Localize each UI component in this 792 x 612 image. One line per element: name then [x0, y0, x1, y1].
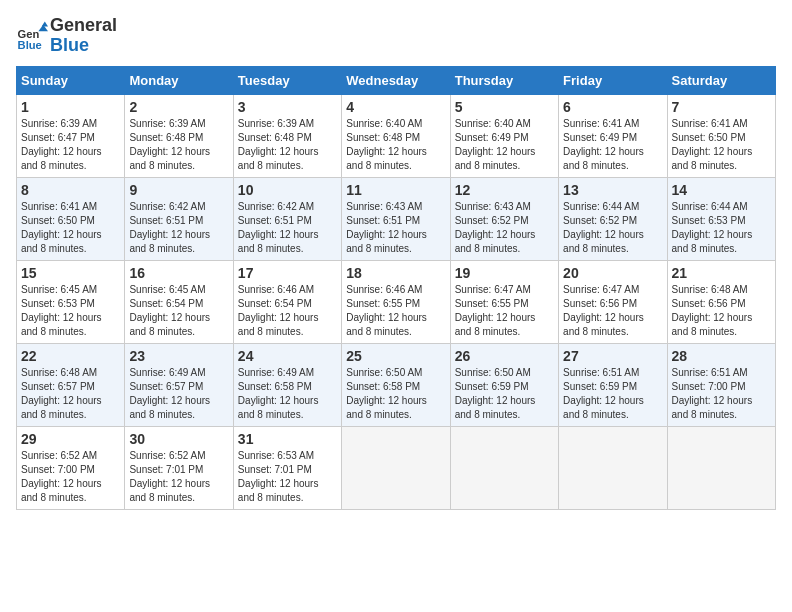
day-info: Sunrise: 6:43 AMSunset: 6:52 PMDaylight:… — [455, 200, 554, 256]
calendar-week-4: 22Sunrise: 6:48 AMSunset: 6:57 PMDayligh… — [17, 343, 776, 426]
weekday-header-monday: Monday — [125, 66, 233, 94]
day-info: Sunrise: 6:40 AMSunset: 6:48 PMDaylight:… — [346, 117, 445, 173]
calendar-cell: 19Sunrise: 6:47 AMSunset: 6:55 PMDayligh… — [450, 260, 558, 343]
day-number: 20 — [563, 265, 662, 281]
day-info: Sunrise: 6:39 AMSunset: 6:48 PMDaylight:… — [238, 117, 337, 173]
day-number: 1 — [21, 99, 120, 115]
day-number: 19 — [455, 265, 554, 281]
day-number: 12 — [455, 182, 554, 198]
calendar-cell: 13Sunrise: 6:44 AMSunset: 6:52 PMDayligh… — [559, 177, 667, 260]
svg-text:Gen: Gen — [18, 27, 40, 39]
calendar-cell: 28Sunrise: 6:51 AMSunset: 7:00 PMDayligh… — [667, 343, 775, 426]
calendar-cell — [450, 426, 558, 509]
calendar-cell: 25Sunrise: 6:50 AMSunset: 6:58 PMDayligh… — [342, 343, 450, 426]
day-info: Sunrise: 6:45 AMSunset: 6:54 PMDaylight:… — [129, 283, 228, 339]
calendar-cell — [342, 426, 450, 509]
day-number: 15 — [21, 265, 120, 281]
day-info: Sunrise: 6:39 AMSunset: 6:47 PMDaylight:… — [21, 117, 120, 173]
day-number: 16 — [129, 265, 228, 281]
logo-line1: General — [50, 16, 117, 36]
weekday-header-sunday: Sunday — [17, 66, 125, 94]
calendar-cell: 7Sunrise: 6:41 AMSunset: 6:50 PMDaylight… — [667, 94, 775, 177]
day-info: Sunrise: 6:41 AMSunset: 6:50 PMDaylight:… — [672, 117, 771, 173]
day-info: Sunrise: 6:50 AMSunset: 6:59 PMDaylight:… — [455, 366, 554, 422]
day-number: 11 — [346, 182, 445, 198]
day-info: Sunrise: 6:49 AMSunset: 6:57 PMDaylight:… — [129, 366, 228, 422]
day-info: Sunrise: 6:42 AMSunset: 6:51 PMDaylight:… — [238, 200, 337, 256]
calendar-cell: 22Sunrise: 6:48 AMSunset: 6:57 PMDayligh… — [17, 343, 125, 426]
calendar-cell: 11Sunrise: 6:43 AMSunset: 6:51 PMDayligh… — [342, 177, 450, 260]
weekday-header-thursday: Thursday — [450, 66, 558, 94]
day-info: Sunrise: 6:45 AMSunset: 6:53 PMDaylight:… — [21, 283, 120, 339]
calendar-cell: 14Sunrise: 6:44 AMSunset: 6:53 PMDayligh… — [667, 177, 775, 260]
calendar-cell: 31Sunrise: 6:53 AMSunset: 7:01 PMDayligh… — [233, 426, 341, 509]
calendar-cell: 27Sunrise: 6:51 AMSunset: 6:59 PMDayligh… — [559, 343, 667, 426]
day-info: Sunrise: 6:49 AMSunset: 6:58 PMDaylight:… — [238, 366, 337, 422]
day-number: 7 — [672, 99, 771, 115]
day-number: 26 — [455, 348, 554, 364]
calendar-cell: 16Sunrise: 6:45 AMSunset: 6:54 PMDayligh… — [125, 260, 233, 343]
day-info: Sunrise: 6:46 AMSunset: 6:54 PMDaylight:… — [238, 283, 337, 339]
day-number: 5 — [455, 99, 554, 115]
calendar-cell: 9Sunrise: 6:42 AMSunset: 6:51 PMDaylight… — [125, 177, 233, 260]
day-info: Sunrise: 6:53 AMSunset: 7:01 PMDaylight:… — [238, 449, 337, 505]
calendar-cell: 23Sunrise: 6:49 AMSunset: 6:57 PMDayligh… — [125, 343, 233, 426]
day-number: 4 — [346, 99, 445, 115]
calendar-cell: 18Sunrise: 6:46 AMSunset: 6:55 PMDayligh… — [342, 260, 450, 343]
day-number: 24 — [238, 348, 337, 364]
calendar-cell: 24Sunrise: 6:49 AMSunset: 6:58 PMDayligh… — [233, 343, 341, 426]
calendar-cell: 3Sunrise: 6:39 AMSunset: 6:48 PMDaylight… — [233, 94, 341, 177]
calendar-cell: 6Sunrise: 6:41 AMSunset: 6:49 PMDaylight… — [559, 94, 667, 177]
day-info: Sunrise: 6:51 AMSunset: 6:59 PMDaylight:… — [563, 366, 662, 422]
day-info: Sunrise: 6:47 AMSunset: 6:56 PMDaylight:… — [563, 283, 662, 339]
calendar-cell: 1Sunrise: 6:39 AMSunset: 6:47 PMDaylight… — [17, 94, 125, 177]
calendar-cell: 30Sunrise: 6:52 AMSunset: 7:01 PMDayligh… — [125, 426, 233, 509]
day-number: 31 — [238, 431, 337, 447]
day-number: 2 — [129, 99, 228, 115]
day-info: Sunrise: 6:44 AMSunset: 6:53 PMDaylight:… — [672, 200, 771, 256]
day-info: Sunrise: 6:46 AMSunset: 6:55 PMDaylight:… — [346, 283, 445, 339]
logo-icon: Gen Blue — [16, 20, 48, 52]
day-info: Sunrise: 6:42 AMSunset: 6:51 PMDaylight:… — [129, 200, 228, 256]
day-number: 21 — [672, 265, 771, 281]
day-info: Sunrise: 6:47 AMSunset: 6:55 PMDaylight:… — [455, 283, 554, 339]
logo: Gen Blue General Blue — [16, 16, 117, 56]
day-number: 18 — [346, 265, 445, 281]
day-info: Sunrise: 6:44 AMSunset: 6:52 PMDaylight:… — [563, 200, 662, 256]
day-number: 9 — [129, 182, 228, 198]
day-info: Sunrise: 6:41 AMSunset: 6:50 PMDaylight:… — [21, 200, 120, 256]
logo-line2: Blue — [50, 36, 117, 56]
calendar-cell: 21Sunrise: 6:48 AMSunset: 6:56 PMDayligh… — [667, 260, 775, 343]
day-info: Sunrise: 6:50 AMSunset: 6:58 PMDaylight:… — [346, 366, 445, 422]
calendar-week-3: 15Sunrise: 6:45 AMSunset: 6:53 PMDayligh… — [17, 260, 776, 343]
day-number: 29 — [21, 431, 120, 447]
day-number: 30 — [129, 431, 228, 447]
day-number: 17 — [238, 265, 337, 281]
calendar-cell — [667, 426, 775, 509]
calendar-week-2: 8Sunrise: 6:41 AMSunset: 6:50 PMDaylight… — [17, 177, 776, 260]
weekday-header-wednesday: Wednesday — [342, 66, 450, 94]
day-number: 25 — [346, 348, 445, 364]
calendar-cell: 26Sunrise: 6:50 AMSunset: 6:59 PMDayligh… — [450, 343, 558, 426]
header: Gen Blue General Blue — [16, 16, 776, 56]
calendar-cell: 20Sunrise: 6:47 AMSunset: 6:56 PMDayligh… — [559, 260, 667, 343]
day-info: Sunrise: 6:52 AMSunset: 7:00 PMDaylight:… — [21, 449, 120, 505]
day-info: Sunrise: 6:40 AMSunset: 6:49 PMDaylight:… — [455, 117, 554, 173]
calendar-header-row: SundayMondayTuesdayWednesdayThursdayFrid… — [17, 66, 776, 94]
day-number: 14 — [672, 182, 771, 198]
day-number: 28 — [672, 348, 771, 364]
day-info: Sunrise: 6:48 AMSunset: 6:57 PMDaylight:… — [21, 366, 120, 422]
weekday-header-saturday: Saturday — [667, 66, 775, 94]
weekday-header-tuesday: Tuesday — [233, 66, 341, 94]
calendar-cell: 12Sunrise: 6:43 AMSunset: 6:52 PMDayligh… — [450, 177, 558, 260]
day-number: 8 — [21, 182, 120, 198]
day-info: Sunrise: 6:39 AMSunset: 6:48 PMDaylight:… — [129, 117, 228, 173]
day-info: Sunrise: 6:48 AMSunset: 6:56 PMDaylight:… — [672, 283, 771, 339]
day-number: 3 — [238, 99, 337, 115]
calendar-cell: 29Sunrise: 6:52 AMSunset: 7:00 PMDayligh… — [17, 426, 125, 509]
svg-text:Blue: Blue — [18, 39, 42, 51]
calendar-week-5: 29Sunrise: 6:52 AMSunset: 7:00 PMDayligh… — [17, 426, 776, 509]
day-info: Sunrise: 6:43 AMSunset: 6:51 PMDaylight:… — [346, 200, 445, 256]
day-number: 27 — [563, 348, 662, 364]
calendar-week-1: 1Sunrise: 6:39 AMSunset: 6:47 PMDaylight… — [17, 94, 776, 177]
